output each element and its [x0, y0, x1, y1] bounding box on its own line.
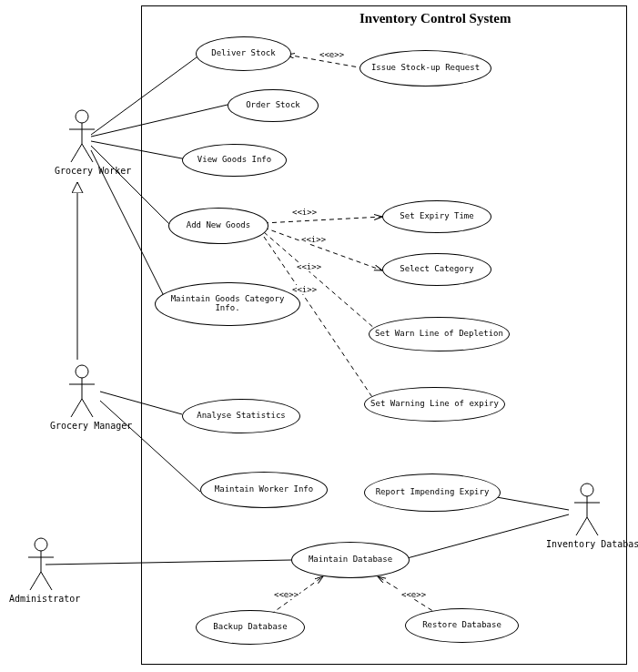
svg-point-23	[76, 365, 88, 378]
svg-point-33	[581, 484, 593, 496]
svg-line-36	[576, 517, 587, 535]
usecase-order-stock: Order Stock	[228, 89, 319, 122]
actor-grocery-worker: Grocery Worker	[55, 109, 109, 176]
actor-icon	[572, 483, 602, 537]
usecase-backup-db: Backup Database	[196, 610, 305, 645]
actor-icon	[67, 364, 96, 419]
actor-label: Grocery Manager	[50, 421, 114, 431]
actor-inventory-database: Inventory Database	[546, 483, 628, 549]
stereotype-include: <<i>>	[296, 262, 322, 271]
stereotype-extend: <<e>>	[400, 590, 427, 599]
stereotype-include: <<i>>	[291, 285, 318, 294]
svg-point-28	[35, 538, 47, 551]
svg-line-26	[71, 399, 82, 417]
actor-grocery-manager: Grocery Manager	[50, 364, 114, 431]
actor-label: Grocery Worker	[55, 166, 109, 176]
svg-line-22	[82, 144, 93, 162]
actor-label: Inventory Database	[546, 539, 628, 549]
stereotype-include: <<i>>	[300, 235, 327, 244]
svg-line-27	[82, 399, 93, 417]
usecase-warn-expiry: Set Warning Line of expiry	[364, 387, 505, 422]
actor-icon	[26, 537, 56, 592]
usecase-report-expiry: Report Impending Expiry	[364, 473, 501, 512]
stereotype-extend: <<e>>	[319, 50, 345, 59]
usecase-view-goods: View Goods Info	[182, 144, 287, 177]
stereotype-extend: <<e>>	[273, 590, 299, 599]
svg-line-32	[41, 572, 52, 590]
usecase-set-expiry: Set Expiry Time	[382, 200, 491, 233]
usecase-select-category: Select Category	[382, 253, 491, 286]
usecase-maintain-category: Maintain Goods Category Info.	[155, 282, 300, 326]
usecase-maintain-worker: Maintain Worker Info	[200, 472, 328, 508]
usecase-issue-stockup: Issue Stock-up Request	[360, 50, 491, 87]
svg-line-21	[71, 144, 82, 162]
usecase-restore-db: Restore Database	[405, 608, 519, 643]
svg-line-31	[30, 572, 41, 590]
usecase-warn-depletion: Set Warn Line of Depletion	[369, 317, 510, 351]
usecase-analyse-stats: Analyse Statistics	[182, 399, 300, 433]
usecase-maintain-db: Maintain Database	[291, 542, 410, 578]
usecase-add-new-goods: Add New Goods	[168, 208, 268, 244]
system-title: Inventory Control System	[360, 11, 511, 26]
usecase-deliver-stock: Deliver Stock	[196, 36, 291, 71]
svg-point-18	[76, 110, 88, 123]
actor-icon	[67, 109, 96, 164]
uml-diagram: Inventory Control System	[0, 0, 638, 672]
actor-administrator: Administrator	[9, 537, 73, 604]
svg-line-37	[587, 517, 598, 535]
stereotype-include: <<i>>	[291, 208, 318, 217]
actor-label: Administrator	[9, 594, 73, 604]
